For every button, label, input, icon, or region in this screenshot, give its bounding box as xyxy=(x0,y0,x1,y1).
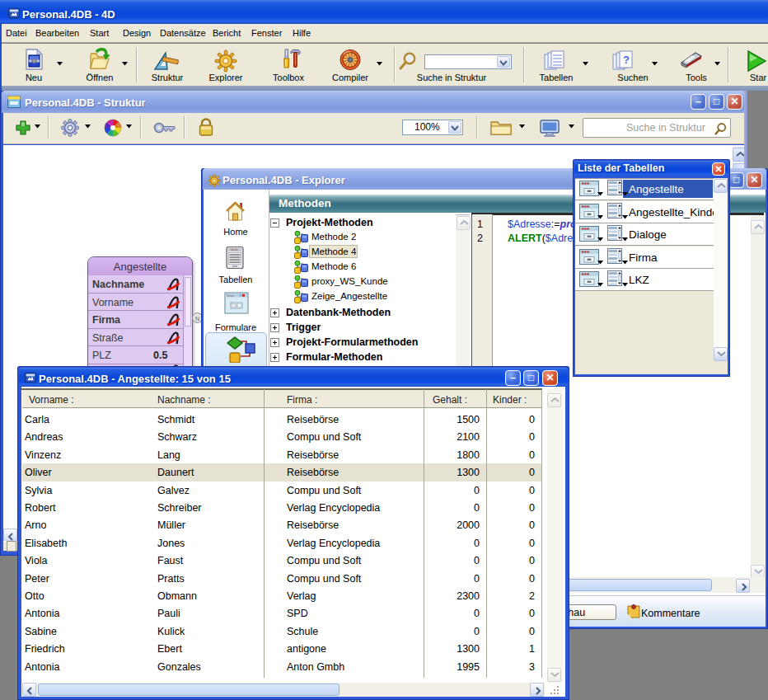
svg-text:Tabelle: Tabelle xyxy=(230,248,238,251)
svg-text:?: ? xyxy=(623,54,630,66)
svg-text:OK: OK xyxy=(234,304,239,308)
svg-text:Buton: Buton xyxy=(227,294,235,298)
